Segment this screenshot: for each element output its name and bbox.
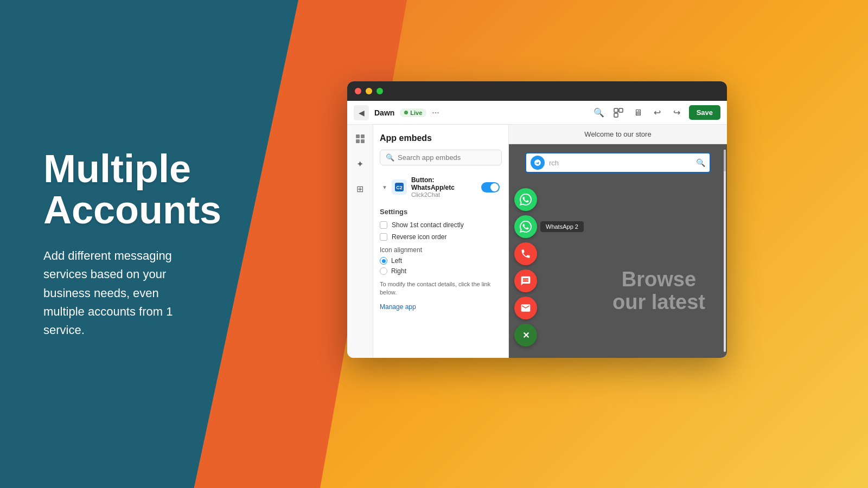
manage-link[interactable]: Manage app xyxy=(380,303,416,311)
embed-info: Button: WhatsApp/etc Click2Chat xyxy=(411,176,477,198)
radio-left[interactable] xyxy=(380,257,387,265)
back-icon[interactable]: ◀ xyxy=(354,105,369,120)
svg-rect-5 xyxy=(356,139,360,143)
undo-icon-btn[interactable]: ↩ xyxy=(650,105,665,120)
search-box[interactable]: 🔍 xyxy=(380,150,502,165)
app-window: ◀ Dawn Live ··· 🔍 🖥 ↩ ↪ Save xyxy=(347,81,727,358)
float-btn-sms[interactable] xyxy=(514,269,537,292)
select-icon-btn[interactable] xyxy=(611,105,626,120)
svg-text:C2: C2 xyxy=(396,185,403,190)
live-dot xyxy=(404,111,408,114)
checkbox-1[interactable] xyxy=(380,221,387,229)
minimize-dot[interactable] xyxy=(366,88,372,94)
hero-content: Multiple Accounts Add different messagin… xyxy=(0,0,336,488)
window-content: ✦ ⊞ App embeds 🔍 ▼ C2 Button: Wha xyxy=(347,125,727,358)
radio-right[interactable] xyxy=(380,267,387,275)
float-btn-whatsapp1[interactable] xyxy=(514,188,537,211)
preview-search-bar[interactable]: rch 🔍 xyxy=(525,152,711,173)
radio-row-right: Right xyxy=(380,267,502,275)
live-badge: Live xyxy=(400,108,426,117)
alignment-label: Icon alignment xyxy=(380,246,502,254)
hint-text: To modify the contact details, click the… xyxy=(380,280,502,297)
store-name: Dawn xyxy=(374,108,394,117)
search-icon-btn[interactable]: 🔍 xyxy=(591,105,607,120)
right-preview-panel: Welcome to our store rch 🔍 ✕ Browse xyxy=(509,125,727,358)
hero-title: Multiple Accounts xyxy=(43,149,304,230)
embed-name: Button: WhatsApp/etc xyxy=(411,176,477,191)
scroll-bar xyxy=(724,150,726,352)
search-input[interactable] xyxy=(398,153,496,162)
telegram-icon xyxy=(531,156,545,170)
desktop-icon-btn[interactable]: 🖥 xyxy=(630,105,646,120)
embed-app-icon: C2 xyxy=(392,179,407,195)
radio-label-left: Left xyxy=(391,257,402,265)
radio-group: Icon alignment Left Right xyxy=(380,246,502,275)
sidebar-icons: ✦ ⊞ xyxy=(347,125,373,358)
svg-rect-6 xyxy=(361,139,365,143)
hero-subtitle: Add different messaging services based o… xyxy=(43,247,304,339)
sidebar-icon-bolt[interactable]: ✦ xyxy=(353,156,368,171)
menu-bar: ◀ Dawn Live ··· 🔍 🖥 ↩ ↪ Save xyxy=(347,101,727,125)
settings-section: Settings Show 1st contact directly Rever… xyxy=(380,208,502,311)
redo-icon-btn[interactable]: ↪ xyxy=(669,105,685,120)
title-bar xyxy=(347,81,727,101)
embed-subname: Click2Chat xyxy=(411,191,477,198)
scroll-thumb xyxy=(724,150,726,171)
search-placeholder-text: rch xyxy=(549,159,692,167)
checkbox-row-2: Reverse icon order xyxy=(380,233,502,241)
whatsapp-tooltip: WhatsApp 2 xyxy=(540,221,584,232)
float-buttons: WhatsApp 2 xyxy=(514,188,537,346)
sidebar-icon-grid[interactable] xyxy=(353,131,368,146)
search-magnify-icon: 🔍 xyxy=(696,158,705,167)
float-btn-close[interactable]: ✕ xyxy=(514,324,537,346)
svg-rect-1 xyxy=(619,108,623,112)
search-icon: 🔍 xyxy=(386,153,394,162)
svg-rect-3 xyxy=(356,134,360,138)
left-panel: App embeds 🔍 ▼ C2 Button: WhatsApp/etc C… xyxy=(373,125,509,358)
float-btn-phone[interactable] xyxy=(514,242,537,265)
more-options[interactable]: ··· xyxy=(432,108,439,118)
sidebar-icon-apps[interactable]: ⊞ xyxy=(353,181,368,196)
radio-row-left: Left xyxy=(380,257,502,265)
preview-body: rch 🔍 ✕ Browse our latest xyxy=(509,144,727,357)
float-btn-email[interactable] xyxy=(514,297,537,319)
checkbox-label-2: Reverse icon order xyxy=(392,233,446,241)
float-btn-whatsapp2[interactable]: WhatsApp 2 xyxy=(514,215,537,238)
radio-label-right: Right xyxy=(391,267,406,275)
panel-title: App embeds xyxy=(380,133,502,143)
svg-rect-4 xyxy=(361,134,365,138)
svg-rect-2 xyxy=(614,113,618,117)
svg-rect-0 xyxy=(614,108,618,112)
preview-header: Welcome to our store xyxy=(509,125,727,144)
close-dot[interactable] xyxy=(355,88,361,94)
checkbox-label-1: Show 1st contact directly xyxy=(392,221,464,229)
maximize-dot[interactable] xyxy=(376,88,383,94)
chevron-icon: ▼ xyxy=(382,184,387,190)
checkbox-row-1: Show 1st contact directly xyxy=(380,221,502,229)
toggle-switch[interactable] xyxy=(481,182,500,192)
menu-icons: 🔍 🖥 ↩ ↪ Save xyxy=(591,105,720,120)
settings-title: Settings xyxy=(380,208,502,216)
browse-preview-text: Browse our latest xyxy=(612,268,705,314)
save-button[interactable]: Save xyxy=(689,105,720,120)
checkbox-2[interactable] xyxy=(380,233,387,241)
embed-item: ▼ C2 Button: WhatsApp/etc Click2Chat xyxy=(380,173,502,201)
